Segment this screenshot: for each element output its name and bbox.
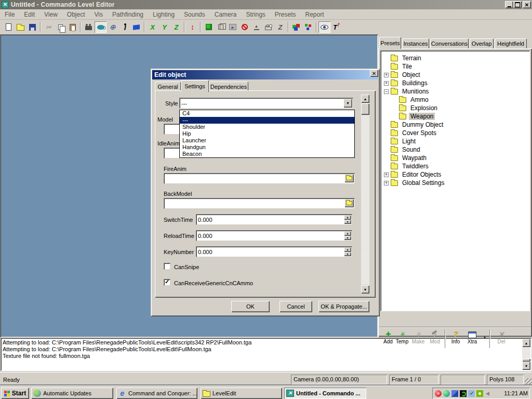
tree-item-cover-spots[interactable]: Cover Spots <box>380 129 530 137</box>
small-cubes-button[interactable] <box>302 21 314 33</box>
tree-item-ammo[interactable]: Ammo <box>380 96 530 104</box>
xtra-dropdown-caret[interactable] <box>483 334 486 340</box>
fireanim-browse-button[interactable] <box>344 174 354 182</box>
task-automatic-updates[interactable]: Automatic Updates <box>31 388 113 399</box>
tree-item-weapon[interactable]: Weapon <box>380 112 530 121</box>
keynumber-spinner[interactable] <box>344 247 351 256</box>
scroll-thumb[interactable] <box>361 103 369 115</box>
tab-conversations[interactable]: Conversations <box>430 38 469 48</box>
volume-icon[interactable] <box>485 390 491 397</box>
open-button[interactable] <box>15 21 26 33</box>
style-combobox[interactable]: --- <box>179 98 353 109</box>
combo-dropdown-button[interactable] <box>343 99 352 108</box>
tree-item-explosion[interactable]: Explosion <box>380 104 530 112</box>
menu-object[interactable]: Object <box>62 9 90 20</box>
info-button[interactable]: Info <box>448 329 463 344</box>
backmodel-browse-button[interactable] <box>344 199 354 207</box>
tree-item-waypath[interactable]: Waypath <box>380 154 530 162</box>
tab-instances[interactable]: Instances <box>402 38 429 48</box>
keynumber-field[interactable]: 0.000 <box>196 246 352 257</box>
dropdown-item[interactable]: Shoulder <box>180 124 354 130</box>
tree-item-dummy-object[interactable]: Dummy Object <box>380 121 530 129</box>
make-button[interactable]: Make <box>410 329 426 344</box>
minimize-button[interactable] <box>505 1 513 8</box>
drop-to-ground-button[interactable] <box>250 21 262 33</box>
dropdown-item[interactable]: Hip <box>180 130 354 137</box>
tree-item-global-settings[interactable]: Global Settings <box>380 179 530 187</box>
dropdown-item[interactable]: C4 <box>180 110 354 117</box>
billboard-button[interactable] <box>227 21 238 33</box>
solid-cube-button[interactable] <box>203 21 215 33</box>
polygon-zone-button[interactable] <box>274 21 286 33</box>
menu-camera[interactable]: Camera <box>210 9 242 20</box>
ok-button[interactable]: OK <box>231 301 270 312</box>
fireanim-field[interactable] <box>164 173 355 184</box>
expand-icon[interactable] <box>384 81 389 86</box>
menu-file[interactable]: File <box>0 9 19 20</box>
scroll-down-icon[interactable] <box>522 362 530 370</box>
dropdown-item[interactable]: Handgun <box>180 144 354 151</box>
spin-up-icon[interactable] <box>344 231 351 236</box>
text-marker-button[interactable]: T <box>330 21 342 33</box>
canreceive-checkbox[interactable] <box>164 279 170 286</box>
axis-y-button[interactable]: Y <box>158 21 170 33</box>
spin-down-icon[interactable] <box>344 252 351 257</box>
reloadtime-spinner[interactable] <box>344 231 351 240</box>
dropdown-item-selected[interactable]: --- <box>180 117 354 124</box>
menu-strings[interactable]: Strings <box>241 9 270 20</box>
expand-icon[interactable] <box>384 73 389 77</box>
tree-item-sound[interactable]: Sound <box>380 145 530 154</box>
visibility-button[interactable] <box>318 21 330 33</box>
spin-down-icon[interactable] <box>344 220 351 224</box>
copy-button[interactable] <box>55 21 66 33</box>
tab-presets[interactable]: Presets <box>379 37 401 49</box>
menu-view[interactable]: View <box>39 9 62 20</box>
rgb-cubes-button[interactable] <box>290 21 302 33</box>
backmodel-field[interactable] <box>164 198 355 209</box>
ok-propagate-button[interactable]: OK & Propagate... <box>318 301 369 312</box>
reloadtime-field[interactable]: 0.000 <box>196 230 352 241</box>
menu-edit[interactable]: Edit <box>19 9 39 20</box>
vis-block-button[interactable] <box>238 21 250 33</box>
walk-mode-button[interactable] <box>118 21 130 33</box>
task-command-and-conquer[interactable]: Command and Conquer: ... <box>116 388 197 399</box>
rotate-axis-button[interactable] <box>107 21 118 33</box>
switchtime-field[interactable]: 0.000 <box>196 214 352 225</box>
tree-item-object[interactable]: Object <box>380 71 530 79</box>
paste-button[interactable] <box>66 21 78 33</box>
spin-down-icon[interactable] <box>344 236 351 241</box>
wireframe-button[interactable] <box>215 21 227 33</box>
menu-report[interactable]: Report <box>301 9 329 20</box>
start-button[interactable]: Start <box>1 388 29 399</box>
windows-update-icon[interactable] <box>443 390 450 397</box>
menu-pathfinding[interactable]: Pathfinding <box>108 9 148 20</box>
xtra-button[interactable]: Xtra <box>464 329 480 344</box>
expand-icon[interactable] <box>384 172 389 177</box>
dialog-close-button[interactable] <box>370 70 378 77</box>
nvidia-settings-icon[interactable] <box>476 390 483 397</box>
switchtime-spinner[interactable] <box>344 215 351 224</box>
add-button[interactable]: Add <box>380 329 396 344</box>
scroll-down-icon[interactable] <box>361 285 369 294</box>
dialog-scrollbar[interactable] <box>361 95 369 294</box>
collapse-icon[interactable] <box>384 89 389 94</box>
security-check-icon[interactable] <box>468 390 475 397</box>
dropdown-item[interactable]: Launcher <box>180 137 354 144</box>
tree-item-editor-objects[interactable]: Editor Objects <box>380 170 530 179</box>
cut-button[interactable] <box>43 21 55 33</box>
save-button[interactable] <box>26 21 38 33</box>
maximize-button[interactable] <box>513 1 522 8</box>
network-icon[interactable] <box>451 390 458 397</box>
tab-settings[interactable]: Settings <box>181 80 209 92</box>
tree-item-munitions[interactable]: Munitions <box>380 87 530 96</box>
tree-item-terrain[interactable]: Terrain <box>380 54 530 62</box>
tab-heightfield[interactable]: Heightfield <box>495 38 527 48</box>
tree-item-tile[interactable]: Tile <box>380 62 530 71</box>
tree-item-light[interactable]: Light <box>380 137 530 145</box>
menu-lighting[interactable]: Lighting <box>148 9 179 20</box>
resize-grip[interactable] <box>525 378 531 385</box>
spin-up-icon[interactable] <box>344 247 351 252</box>
menu-presets[interactable]: Presets <box>270 9 301 20</box>
tab-overlap[interactable]: Overlap <box>470 38 494 48</box>
scroll-track[interactable] <box>361 115 369 285</box>
